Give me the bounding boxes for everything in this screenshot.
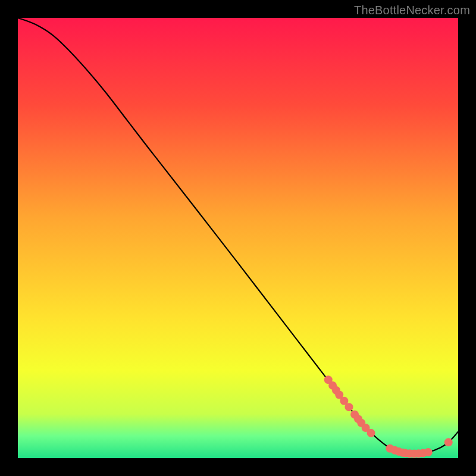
watermark-text: TheBottleNecker.com bbox=[354, 4, 470, 17]
chart-stage: TheBottleNecker.com bbox=[0, 0, 476, 476]
bottleneck-chart bbox=[0, 0, 476, 476]
data-dot bbox=[345, 403, 353, 411]
data-dot bbox=[367, 429, 375, 437]
chart-background bbox=[18, 18, 458, 458]
data-dot bbox=[424, 448, 433, 456]
data-dot bbox=[444, 438, 453, 446]
